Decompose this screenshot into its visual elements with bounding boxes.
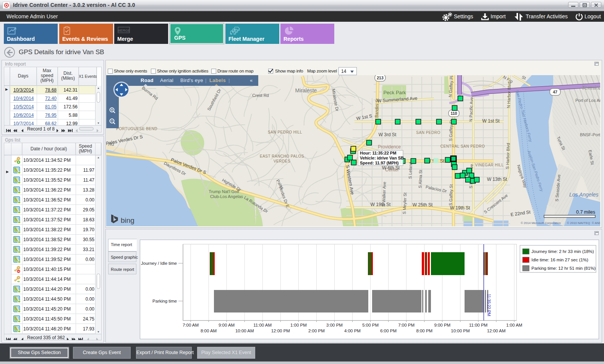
svg-text:N Harbor Blvd: N Harbor Blvd: [506, 82, 512, 108]
svg-text:7:00 PM: 7:00 PM: [398, 323, 415, 327]
svg-text:5:00 PM: 5:00 PM: [362, 323, 379, 327]
svg-text:W 19th St: W 19th St: [371, 202, 391, 207]
svg-text:S Gaffey St: S Gaffey St: [448, 184, 453, 206]
svg-text:1:00 AM: 1:00 AM: [506, 323, 522, 327]
svg-text:8:00 PM: 8:00 PM: [416, 329, 432, 333]
svg-text:S Meyler St: S Meyler St: [402, 192, 407, 214]
svg-text:12:00 AM: 12:00 AM: [487, 329, 506, 333]
svg-text:SAN PEDRO HILL: SAN PEDRO HILL: [268, 130, 302, 134]
svg-text:W 3rd St: W 3rd St: [379, 132, 397, 137]
svg-text:CENTRAL SAN PEDRO: CENTRAL SAN PEDRO: [440, 144, 485, 148]
svg-text:11:00 AM: 11:00 AM: [253, 323, 272, 327]
svg-text:2:00 PM: 2:00 PM: [308, 329, 325, 333]
svg-text:VERDES: VERDES: [274, 159, 290, 163]
svg-text:MERGE: MERGE: [118, 29, 130, 32]
svg-text:SAN PEDRO: SAN PEDRO: [416, 130, 440, 135]
svg-text:Providence: Providence: [378, 144, 401, 150]
svg-text:213: 213: [377, 76, 384, 80]
svg-text:bing: bing: [121, 216, 134, 224]
svg-text:7:00 AM: 7:00 AM: [183, 323, 199, 327]
svg-text:N Pacific Ave: N Pacific Ave: [468, 97, 474, 122]
svg-text:Vehicle: idrive Van SB: Vehicle: idrive Van SB: [360, 156, 404, 160]
svg-text:3:00 PM: 3:00 PM: [326, 323, 343, 327]
svg-text:0.7 miles: 0.7 miles: [576, 209, 595, 215]
svg-text:9:00 PM: 9:00 PM: [434, 323, 450, 327]
svg-text:EAST RANCHO PALOS: EAST RANCHO PALOS: [260, 154, 304, 158]
svg-text:10:00 PM: 10:00 PM: [451, 329, 470, 333]
svg-text:11:00 PM: 11:00 PM: [469, 323, 487, 327]
svg-text:Crest Rd: Crest Rd: [252, 93, 269, 98]
svg-text:11:35:22 PM: 11:35:22 PM: [487, 294, 491, 316]
svg-text:Trump Nat'l Golf: Trump Nat'l Golf: [209, 189, 239, 194]
svg-text:Journey time: 2 hr 33 min (18%: Journey time: 2 hr 33 min (18%): [531, 249, 594, 254]
svg-text:Los Angeles Harb: Los Angeles Harb: [569, 192, 600, 198]
svg-text:10:00 AM: 10:00 AM: [235, 329, 254, 333]
svg-text:Port of Los Angel: Port of Los Angel: [575, 98, 600, 103]
svg-text:12:00 PM: 12:00 PM: [271, 329, 290, 333]
svg-text:Miraleste: Miraleste: [295, 87, 317, 93]
svg-text:Terminal Isl: Terminal Isl: [581, 84, 600, 91]
svg-text:S Alma St: S Alma St: [418, 170, 423, 188]
svg-text:N Bandini St: N Bandini St: [374, 98, 379, 122]
svg-text:W 6th St: W 6th St: [382, 165, 400, 171]
svg-text:Hour: 11:35:22 PM: Hour: 11:35:22 PM: [360, 151, 396, 155]
svg-text:W 25th St: W 25th St: [413, 202, 433, 208]
svg-text:W 1st St: W 1st St: [482, 118, 500, 124]
svg-text:47: 47: [553, 90, 557, 94]
svg-text:Speed: 11.97 (MPH): Speed: 11.97 (MPH): [360, 161, 399, 165]
svg-text:8:00 AM: 8:00 AM: [201, 329, 217, 333]
svg-text:W 19th St: W 19th St: [450, 205, 470, 211]
svg-text:4:00 PM: 4:00 PM: [344, 329, 361, 333]
svg-text:S Leland: S Leland: [408, 162, 413, 179]
svg-text:W 13th St: W 13th St: [487, 177, 507, 182]
svg-text:Parking time: 12 hr 51 min (81: Parking time: 12 hr 51 min (81%): [531, 266, 596, 271]
svg-text:Idle time: 16 min 27 sec (1%): Idle time: 16 min 27 sec (1%): [531, 258, 588, 262]
svg-text:BNSF-Port: BNSF-Port: [580, 132, 600, 137]
svg-text:© 2014 Microsoft Corporation: © 2014 Microsoft Corporation: [521, 221, 561, 225]
svg-text:110: 110: [451, 111, 457, 116]
svg-text:9:00 AM: 9:00 AM: [219, 323, 235, 327]
svg-text:Parking time: Parking time: [152, 299, 177, 303]
svg-text:S Harbor Blvd: S Harbor Blvd: [505, 143, 510, 169]
svg-text:VINEGAR HILL: VINEGAR HILL: [475, 163, 504, 167]
svg-text:1:00 PM: 1:00 PM: [290, 323, 307, 327]
svg-text:nd: nd: [108, 141, 114, 147]
svg-text:© AND: © AND: [592, 221, 600, 225]
svg-text:Peck Park: Peck Park: [383, 90, 406, 95]
svg-text:PORTUGUESE BEND: PORTUGUESE BEND: [116, 127, 157, 131]
svg-text:6:00 PM: 6:00 PM: [380, 329, 397, 333]
svg-text:Journey / Idle time: Journey / Idle time: [141, 261, 177, 266]
svg-text:© 2010 NAVTEQ: © 2010 NAVTEQ: [567, 221, 590, 225]
svg-text:Club-Los Angelas: Club-Los Angelas: [210, 194, 243, 199]
